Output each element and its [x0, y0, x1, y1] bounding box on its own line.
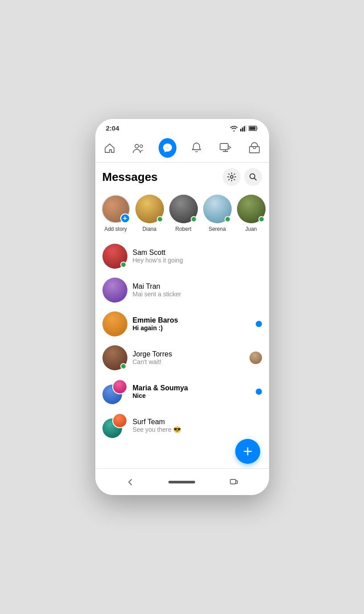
- rotate-button[interactable]: [229, 478, 238, 487]
- svg-rect-12: [230, 479, 236, 484]
- gear-icon: [227, 172, 236, 181]
- new-message-fab[interactable]: [235, 439, 260, 464]
- back-arrow-icon: [126, 478, 135, 487]
- online-indicator: [258, 216, 265, 222]
- nav-home[interactable]: [101, 139, 119, 157]
- conv-name: Maria & Soumya: [133, 384, 252, 392]
- online-dot: [120, 262, 127, 268]
- conv-content: Sam Scott Hey how's it going: [133, 249, 262, 264]
- status-time: 2:04: [106, 124, 119, 132]
- svg-rect-8: [220, 143, 228, 150]
- story-robert[interactable]: Robert: [170, 195, 197, 232]
- settings-button[interactable]: [223, 168, 241, 186]
- messages-header: Messages: [95, 163, 269, 189]
- page-title: Messages: [102, 170, 158, 184]
- conversation-sam-scott[interactable]: Sam Scott Hey how's it going: [95, 239, 269, 273]
- svg-rect-5: [249, 127, 255, 130]
- conversation-mai-tran[interactable]: Mai Tran Mai sent a sticker: [95, 273, 269, 307]
- conv-content: Emmie Baros Hi again :): [133, 316, 252, 332]
- conv-content: Maria & Soumya Nice: [133, 384, 252, 399]
- conv-name: Jorge Torres: [133, 350, 246, 358]
- signal-icon: [240, 125, 246, 131]
- conv-preview: See you there 😎: [133, 426, 262, 433]
- conv-preview: Mai sent a sticker: [133, 291, 262, 298]
- story-juan-label: Juan: [245, 226, 257, 232]
- nav-notifications[interactable]: [188, 139, 205, 157]
- story-serena-label: Serena: [209, 226, 226, 232]
- online-indicator: [191, 216, 197, 222]
- conversation-maria-soumya[interactable]: Maria & Soumya Nice: [95, 375, 269, 409]
- search-icon: [249, 172, 258, 181]
- online-indicator: [157, 216, 163, 222]
- online-dot: [120, 363, 127, 369]
- nav-marketplace[interactable]: [245, 139, 263, 157]
- conv-preview: Hey how's it going: [133, 257, 262, 264]
- svg-point-7: [140, 145, 143, 147]
- conv-name: Surf Team: [133, 418, 262, 426]
- status-bar: 2:04: [95, 119, 269, 135]
- add-story-label: Add story: [104, 226, 127, 232]
- nav-friends[interactable]: [130, 139, 147, 157]
- story-add[interactable]: + Add story: [102, 195, 129, 232]
- svg-rect-9: [249, 147, 259, 153]
- back-button[interactable]: [126, 478, 135, 487]
- conv-name: Emmie Baros: [133, 316, 252, 324]
- story-diana[interactable]: Diana: [136, 195, 163, 232]
- stories-row: + Add story Diana Robert: [95, 189, 269, 237]
- conversation-jorge-torres[interactable]: Jorge Torres Can't wait!: [95, 341, 269, 375]
- conversation-surf-team[interactable]: Surf Team See you there 😎: [95, 409, 269, 442]
- conv-content: Jorge Torres Can't wait!: [133, 350, 246, 365]
- battery-icon: [249, 126, 258, 131]
- unread-indicator: [256, 321, 262, 327]
- story-diana-label: Diana: [143, 226, 156, 232]
- svg-rect-0: [240, 129, 241, 131]
- phone-frame: 2:04: [95, 119, 269, 495]
- story-serena[interactable]: Serena: [204, 195, 231, 232]
- unread-dot: [256, 321, 262, 327]
- unread-indicator: [256, 389, 262, 395]
- status-icons: [230, 125, 258, 131]
- header-actions: [223, 168, 262, 186]
- rotate-icon: [229, 478, 238, 487]
- conv-content: Mai Tran Mai sent a sticker: [133, 282, 262, 298]
- svg-rect-3: [245, 125, 246, 131]
- plus-icon: [242, 446, 253, 457]
- conv-content: Surf Team See you there 😎: [133, 418, 262, 433]
- top-nav-bar: [95, 135, 269, 163]
- story-robert-label: Robert: [175, 226, 191, 232]
- story-juan[interactable]: Juan: [238, 195, 265, 232]
- wifi-icon: [230, 125, 238, 131]
- unread-dot: [256, 389, 262, 395]
- svg-rect-2: [244, 126, 245, 131]
- nav-messenger[interactable]: [159, 139, 176, 157]
- svg-point-10: [230, 176, 233, 178]
- svg-point-6: [135, 144, 139, 148]
- conversation-list: Sam Scott Hey how's it going Mai Tran Ma…: [95, 237, 269, 468]
- bottom-navigation: [95, 468, 269, 495]
- conv-preview: Can't wait!: [133, 358, 246, 365]
- conversation-emmie-baros[interactable]: Emmie Baros Hi again :): [95, 307, 269, 341]
- svg-rect-1: [242, 127, 243, 131]
- conv-preview: Nice: [133, 392, 252, 399]
- group-avatar: [102, 413, 127, 438]
- online-indicator: [225, 216, 231, 222]
- reply-indicator: [249, 352, 262, 364]
- conv-name: Mai Tran: [133, 282, 262, 291]
- group-avatar: [102, 379, 127, 404]
- search-button[interactable]: [244, 168, 262, 186]
- conv-name: Sam Scott: [133, 249, 262, 257]
- add-story-plus: +: [120, 213, 130, 223]
- nav-watch[interactable]: [217, 139, 234, 157]
- home-indicator[interactable]: [168, 481, 195, 483]
- conv-preview: Hi again :): [133, 324, 252, 332]
